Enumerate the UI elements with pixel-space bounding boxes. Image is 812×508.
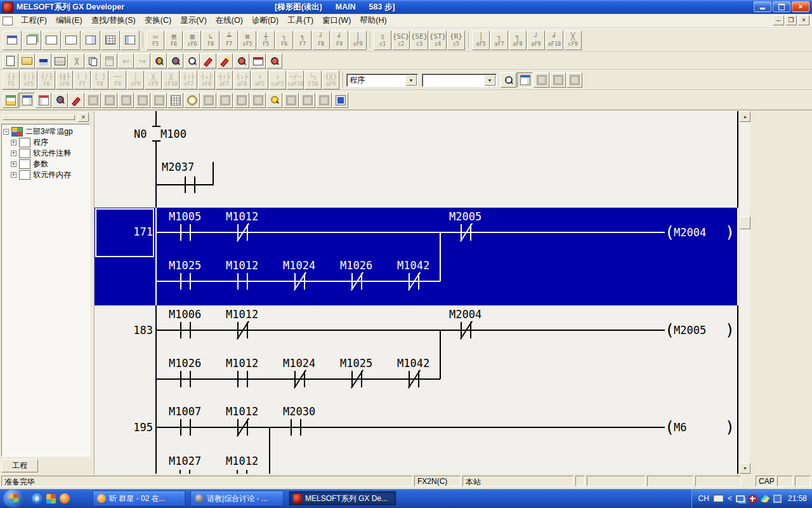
quicklaunch-media-icon[interactable] bbox=[58, 492, 71, 505]
collapse-tray-icon[interactable]: < bbox=[728, 494, 732, 503]
antivirus-shield-icon[interactable] bbox=[749, 495, 757, 503]
ladder-symbol-button[interactable]: │aF5 bbox=[472, 30, 490, 50]
toolbar-button[interactable] bbox=[22, 30, 41, 50]
toolbar-button[interactable] bbox=[250, 93, 266, 108]
toolbar-button[interactable] bbox=[134, 93, 150, 108]
clock[interactable]: 21:58 bbox=[788, 494, 807, 503]
toolbar-button[interactable] bbox=[3, 93, 18, 108]
toolbar-button[interactable] bbox=[19, 93, 35, 108]
ladder-edit-button[interactable]: ╳cF9 bbox=[145, 70, 162, 90]
ladder-symbol-button[interactable]: │sF9 bbox=[349, 30, 367, 50]
toolbar-button[interactable] bbox=[316, 93, 332, 108]
expand-icon[interactable] bbox=[11, 150, 16, 156]
toolbar-button[interactable] bbox=[42, 30, 61, 50]
menu-item[interactable]: 查找/替换(S) bbox=[87, 13, 140, 28]
chevron-down-icon[interactable]: ▼ bbox=[484, 75, 495, 86]
close-button[interactable]: × bbox=[792, 1, 809, 12]
ladder-edit-button[interactable]: ↑aF5 bbox=[251, 70, 268, 90]
toolbar-button[interactable] bbox=[167, 93, 183, 108]
tree-item-project-root[interactable]: 二部3#常温gp bbox=[3, 126, 89, 137]
ladder-symbol-button[interactable]: ┐aF7 bbox=[490, 30, 508, 50]
tree-item[interactable]: 程序 bbox=[11, 137, 89, 148]
ladder-symbol-button[interactable]: ▥sF6 bbox=[183, 30, 201, 50]
ladder-symbol-button[interactable]: ╛F9 bbox=[331, 30, 348, 50]
ladder-symbol-button[interactable]: ┘aF9 bbox=[527, 30, 545, 50]
menu-item[interactable]: 诊断(D) bbox=[247, 13, 283, 28]
network-icon[interactable] bbox=[736, 495, 745, 502]
toolbar-button[interactable] bbox=[266, 53, 282, 69]
panel-close-icon[interactable]: × bbox=[78, 112, 89, 122]
ladder-edit-button[interactable]: ┤↓├sF8 bbox=[198, 70, 215, 90]
toolbar-button[interactable] bbox=[200, 53, 216, 69]
menu-item[interactable]: 工程(F) bbox=[16, 13, 51, 28]
menu-item[interactable]: 工具(T) bbox=[283, 13, 318, 28]
ladder-symbol-button[interactable]: {SE}c3 bbox=[410, 30, 428, 50]
ladder-contact-nc[interactable] bbox=[407, 370, 421, 388]
ladder-symbol-button[interactable]: {SC}c2 bbox=[392, 30, 410, 50]
menu-item[interactable]: 变换(C) bbox=[140, 13, 176, 28]
ladder-contact-nc[interactable] bbox=[236, 418, 249, 436]
toolbar-button[interactable] bbox=[217, 53, 233, 69]
toolbar-button[interactable] bbox=[69, 93, 84, 108]
toolbar-button[interactable] bbox=[52, 53, 68, 69]
expand-icon[interactable] bbox=[11, 172, 16, 178]
toolbar-button[interactable] bbox=[102, 53, 117, 69]
ladder-contact-nc[interactable] bbox=[407, 272, 421, 290]
toolbar-button[interactable] bbox=[534, 72, 549, 88]
toolbar-button[interactable] bbox=[184, 93, 200, 108]
ladder-symbol-button[interactable]: ╳cF9 bbox=[564, 30, 582, 50]
toolbar-button[interactable] bbox=[566, 72, 582, 88]
ladder-symbol-button[interactable]: ┷F7 bbox=[220, 30, 238, 50]
toolbar-button[interactable] bbox=[121, 30, 140, 50]
ladder-contact-nc[interactable] bbox=[236, 321, 249, 339]
keyboard-icon[interactable] bbox=[713, 495, 724, 502]
toolbar-button[interactable] bbox=[101, 30, 120, 50]
toolbar-button[interactable] bbox=[85, 53, 101, 69]
ladder-contact-no[interactable] bbox=[183, 176, 197, 194]
scroll-down-icon[interactable]: ▼ bbox=[740, 463, 750, 474]
menu-item[interactable]: 显示(V) bbox=[176, 13, 211, 28]
ladder-edit-button[interactable]: ┤├F5 bbox=[3, 70, 20, 90]
scroll-up-icon[interactable]: ▲ bbox=[740, 111, 750, 122]
ladder-edit-button[interactable]: ┤∦├sF6 bbox=[56, 70, 73, 90]
toolbar-button[interactable] bbox=[550, 72, 566, 88]
taskbar-button[interactable]: 听 群星 - 02 在... bbox=[93, 491, 185, 506]
ladder-contact-nc[interactable] bbox=[350, 370, 363, 388]
ladder-edit-button[interactable]: ┤↑├sF7 bbox=[180, 70, 197, 90]
language-indicator[interactable]: CH bbox=[698, 494, 709, 503]
ladder-contact-nc[interactable] bbox=[236, 224, 249, 241]
ladder-symbol-button[interactable]: ┐F6 bbox=[275, 30, 293, 50]
ladder-edit-button[interactable]: ┤/├F6 bbox=[38, 70, 55, 90]
ladder-contact-no[interactable] bbox=[179, 370, 192, 388]
ladder-symbol-button[interactable]: ┘F8 bbox=[312, 30, 330, 50]
ladder-symbol-button[interactable]: {R}c5 bbox=[447, 30, 465, 50]
toolbar-button[interactable] bbox=[81, 30, 100, 50]
expand-icon[interactable] bbox=[11, 140, 16, 145]
tray-app-icon[interactable] bbox=[773, 495, 782, 503]
toolbar-button[interactable] bbox=[332, 93, 348, 108]
ladder-contact-nc[interactable] bbox=[459, 321, 473, 339]
ladder-contact-no[interactable] bbox=[289, 418, 303, 436]
toolbar-button[interactable] bbox=[62, 30, 81, 50]
toolbar-button[interactable] bbox=[102, 93, 117, 108]
ladder-symbol-button[interactable]: ↳F8 bbox=[202, 30, 219, 50]
scrollbar-thumb[interactable] bbox=[740, 217, 750, 229]
device-combobox[interactable]: ▼ bbox=[422, 74, 497, 87]
ladder-contact-nc[interactable] bbox=[350, 272, 363, 290]
expand-icon[interactable] bbox=[11, 161, 16, 167]
mdi-document-icon[interactable] bbox=[3, 17, 13, 25]
project-tree[interactable]: 二部3#常温gp 程序 软元件注释 bbox=[1, 124, 90, 457]
ladder-contact-nc[interactable] bbox=[459, 224, 473, 241]
tree-item[interactable]: 软元件内存 bbox=[11, 170, 89, 180]
mdi-minimize-button[interactable]: – bbox=[773, 15, 784, 25]
menu-item[interactable]: 窗口(W) bbox=[318, 13, 355, 28]
ladder-edit-button[interactable]: [ ]F8 bbox=[91, 70, 108, 90]
ladder-edit-button[interactable]: ↓caF5 bbox=[269, 70, 286, 90]
mdi-close-button[interactable]: × bbox=[798, 15, 809, 25]
toolbar-button[interactable] bbox=[151, 93, 167, 108]
ladder-edit-button[interactable]: ╳cF10 bbox=[162, 70, 180, 90]
toolbar-button[interactable]: ↩ bbox=[118, 53, 134, 69]
ladder-edit-button[interactable]: │sF9 bbox=[127, 70, 144, 90]
toolbar-button[interactable] bbox=[200, 93, 216, 108]
ladder-contact-no[interactable] bbox=[236, 272, 249, 290]
